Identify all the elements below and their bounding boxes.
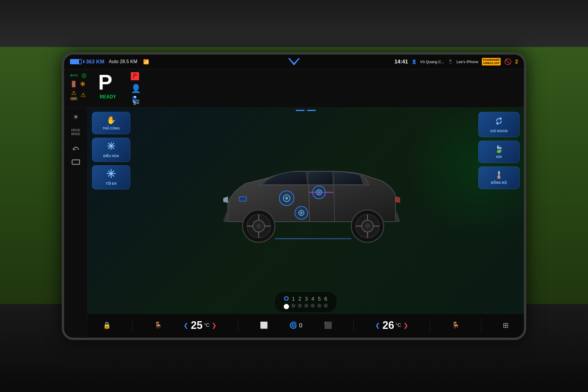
phone-icon: 📱 — [448, 59, 453, 64]
speed-6: 6 — [324, 296, 327, 302]
defrost-icon[interactable]: ⬜ — [260, 322, 268, 329]
thu-cong-btn[interactable]: ✋ THỦ CÔNG — [92, 112, 130, 134]
rear-defrost-icon[interactable]: ⬛ — [324, 322, 332, 329]
time-display: 14:41 — [395, 59, 408, 65]
sidebar-icon-brightness[interactable]: ☀ — [73, 113, 79, 121]
lock-group: 🔒 — [103, 322, 111, 329]
speed-item-3[interactable]: 3 — [304, 296, 308, 308]
left-temp-unit: °C — [204, 323, 209, 328]
gio-ngoai-btn[interactable]: GIÓ NGOÀI — [478, 112, 519, 137]
battery-indicator: 363 KM — [70, 59, 104, 65]
warning-person-icon: ⚠ — [71, 89, 76, 96]
camera-icon — [72, 159, 80, 165]
light-icon: ✻ — [80, 80, 85, 88]
speed-item-6[interactable]: 6 — [324, 296, 328, 308]
speed-dot-5 — [317, 304, 321, 308]
user-name: Vũ Quang C... — [420, 60, 444, 64]
left-sidebar: ☀ DRIVEMODE — [64, 107, 88, 337]
speed-item-2[interactable]: 2 — [298, 296, 302, 308]
ac-content: ✋ THỦ CÔNG ĐI — [88, 107, 524, 337]
left-temp-display: 25 °C — [191, 319, 209, 332]
gear-display: P — [98, 72, 112, 93]
door-icon: 🚪 — [70, 80, 77, 88]
phone-name: Lee's iPhone — [456, 60, 478, 64]
left-seat-heat-icon[interactable]: 🪑 — [154, 322, 162, 329]
speed-item-1[interactable]: 1 — [291, 296, 295, 308]
svg-point-22 — [256, 224, 261, 228]
speed-dots: O 1 2 3 4 — [275, 292, 337, 312]
snowflake-icon — [107, 142, 116, 150]
rear-defrost-group: ⬛ — [324, 322, 332, 329]
gear-group: P READY — [92, 72, 116, 100]
recirculate-icon — [494, 116, 504, 126]
sidebar-icon-wiper[interactable] — [72, 143, 80, 152]
speed-dot-4 — [311, 304, 315, 308]
ac-bottom-bar: 🔒 🪑 ❮ 25 °C ❯ — [88, 314, 524, 337]
fan-icon[interactable]: 🌀 — [289, 322, 297, 329]
front-fan-circle[interactable] — [279, 191, 294, 206]
auto-km-group: Auto 28.5 KM 📶 — [109, 59, 149, 65]
sep5 — [481, 318, 481, 333]
toi-da-icon — [107, 169, 116, 180]
right-temp-display: 26 °C — [382, 319, 401, 332]
sidebar-icon-camera[interactable] — [72, 159, 80, 165]
indicator-row-1: ⟸ ◎ — [70, 72, 86, 79]
v-logo-svg — [287, 57, 301, 67]
status-left: 363 KM Auto 28.5 KM 📶 — [70, 59, 149, 65]
svg-point-7 — [110, 145, 112, 147]
grid-icon[interactable]: ⊞ — [503, 321, 509, 329]
dieu-hoa-btn[interactable]: ĐIỀU HÒA — [92, 138, 130, 162]
svg-point-15 — [107, 173, 108, 174]
svg-point-16 — [114, 173, 116, 174]
defrost-group: ⬜ — [260, 322, 268, 329]
speed-item-4[interactable]: 4 — [311, 296, 315, 308]
lock-icon[interactable]: 🔒 — [103, 322, 111, 329]
svg-point-36 — [285, 197, 288, 200]
car-display — [135, 112, 474, 285]
battery-tip — [83, 60, 84, 63]
person-seatbelt-icon: 👤 — [131, 84, 141, 93]
svg-rect-43 — [239, 197, 246, 201]
speed-item-0[interactable]: O — [284, 295, 289, 309]
dong-bo-btn[interactable]: 🌡️ ĐỒNG BỘ — [478, 166, 519, 189]
ion-label: ION — [496, 155, 502, 159]
warning-group: 🅿 👤 💺 — [131, 72, 141, 105]
svg-point-12 — [110, 172, 112, 175]
speed-item-5[interactable]: 5 — [317, 296, 321, 308]
right-temp-down[interactable]: ❮ — [375, 322, 380, 329]
ion-btn[interactable]: 🍃 ION — [478, 141, 519, 163]
speed-5: 5 — [318, 296, 321, 302]
toi-da-btn[interactable]: TỐI ĐA — [92, 165, 130, 189]
thu-cong-label: THỦ CÔNG — [103, 127, 120, 130]
headlight-icon: ◎ — [81, 72, 86, 79]
speed-4: 4 — [311, 296, 314, 302]
auto-km: Auto 28.5 KM — [109, 59, 137, 64]
ion-icon: 🍃 — [495, 145, 503, 153]
speed-dot-3 — [304, 304, 308, 308]
left-temp-value: 25 — [191, 319, 203, 332]
speed-dot-2 — [298, 304, 302, 308]
indicator-row-3: ⚠ OFF ⚠ — [70, 89, 86, 100]
speed-0: O — [284, 295, 289, 302]
main-panel: ☀ DRIVEMODE — [64, 107, 524, 337]
grid-group: ⊞ — [503, 321, 509, 329]
status-right: 14:41 👤 Vũ Quang C... 📱 Lee's iPhone PAS… — [395, 58, 518, 65]
person-warning-icon: 🚫 — [504, 58, 512, 65]
left-temp-down[interactable]: ❮ — [183, 322, 188, 329]
left-temp-up[interactable]: ❯ — [212, 322, 217, 329]
right-seat-heat-group: 🪑 — [452, 322, 460, 329]
hazard-icon: ⚠ — [81, 91, 86, 98]
svg-point-40 — [300, 212, 303, 214]
ac-mode-buttons: ✋ THỦ CÔNG ĐI — [92, 112, 130, 285]
instrument-left: ⟸ ◎ 🚪 ✻ ⚠ OFF ⚠ — [70, 72, 86, 100]
toi-da-label: TỐI ĐA — [106, 182, 117, 186]
sidebar-icon-drive-mode[interactable]: DRIVEMODE — [71, 128, 80, 136]
rear-fan-circle[interactable] — [295, 206, 308, 219]
gio-ngoai-label: GIÓ NGOÀI — [490, 129, 507, 133]
right-temp-up[interactable]: ❯ — [403, 322, 408, 329]
interior-top — [0, 0, 588, 47]
speed-dot-0 — [284, 304, 289, 309]
sep4 — [430, 318, 430, 333]
right-seat-heat-icon[interactable]: 🪑 — [452, 322, 460, 329]
brake-icon: 🅿 — [131, 72, 141, 81]
